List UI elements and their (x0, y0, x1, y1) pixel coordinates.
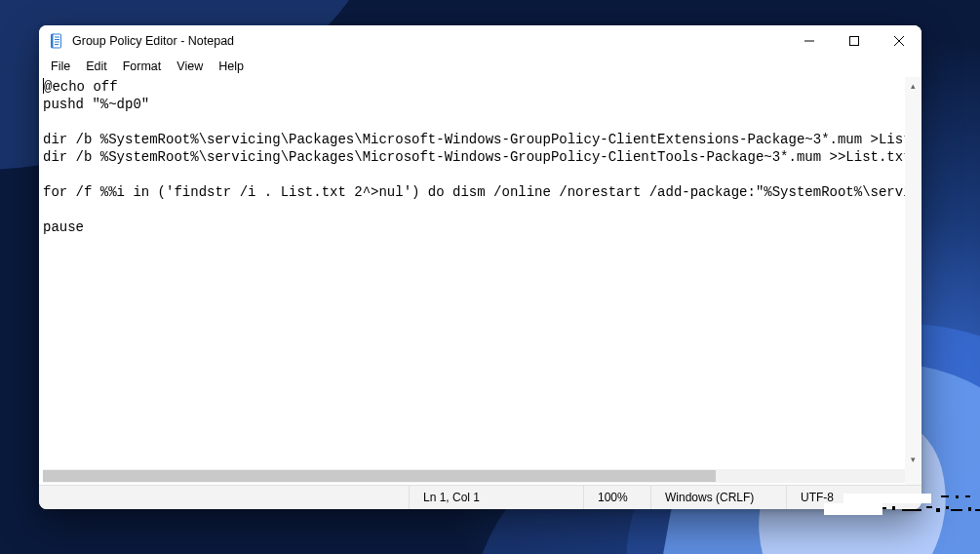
notepad-window: Group Policy Editor - Notepad File Edit … (39, 25, 921, 509)
window-title: Group Policy Editor - Notepad (72, 34, 234, 48)
svg-rect-7 (850, 36, 859, 45)
maximize-button[interactable] (832, 25, 877, 56)
menu-help[interactable]: Help (211, 58, 252, 75)
scroll-up-icon[interactable]: ▴ (905, 77, 921, 94)
horizontal-scrollbar[interactable] (43, 469, 905, 483)
scrollbar-thumb[interactable] (43, 470, 716, 482)
scrollbar-corner (905, 467, 921, 485)
svg-rect-1 (52, 34, 54, 48)
editor-content: @echo off pushd "%~dp0" dir /b %SystemRo… (43, 79, 921, 235)
status-zoom: 100% (583, 486, 650, 509)
status-line-ending: Windows (CRLF) (650, 486, 786, 509)
notepad-icon (49, 33, 64, 49)
status-encoding: UTF-8 (786, 486, 921, 509)
minimize-button[interactable] (787, 25, 832, 56)
menu-edit[interactable]: Edit (78, 58, 115, 75)
statusbar: Ln 1, Col 1 100% Windows (CRLF) UTF-8 (39, 485, 921, 509)
window-controls (787, 25, 921, 56)
status-position: Ln 1, Col 1 (409, 486, 583, 509)
vertical-scrollbar[interactable]: ▴ ▾ (905, 77, 921, 467)
menu-format[interactable]: Format (115, 58, 170, 75)
desktop: Group Policy Editor - Notepad File Edit … (0, 0, 980, 554)
text-caret (43, 78, 44, 94)
scroll-down-icon[interactable]: ▾ (905, 451, 921, 467)
titlebar[interactable]: Group Policy Editor - Notepad (39, 25, 921, 56)
close-button[interactable] (877, 25, 921, 56)
text-editor[interactable]: @echo off pushd "%~dp0" dir /b %SystemRo… (39, 77, 921, 467)
editor-area: @echo off pushd "%~dp0" dir /b %SystemRo… (39, 77, 921, 485)
menu-file[interactable]: File (43, 58, 78, 75)
menu-view[interactable]: View (169, 58, 211, 75)
menubar: File Edit Format View Help (39, 56, 921, 77)
